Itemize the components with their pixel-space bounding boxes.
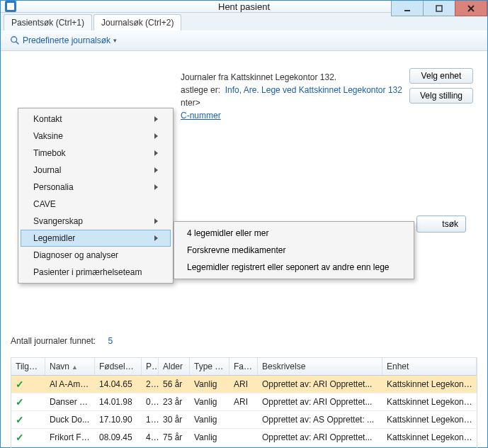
cell-alder: 56 år (159, 376, 190, 392)
cell-type: Vanlig (190, 376, 229, 392)
col-per[interactable]: Per (142, 358, 159, 375)
cell-per: 4... (142, 430, 159, 445)
cell-fast (229, 435, 258, 440)
col-enhet[interactable]: Enhet (382, 358, 477, 375)
menu-vaksine[interactable]: Vaksine (21, 128, 171, 145)
chevron-right-icon (154, 218, 158, 224)
submenu-4-eller-mer[interactable]: 4 legemidler eller mer (177, 225, 411, 242)
cell-type: Vanlig (190, 394, 229, 410)
count-value: 5 (108, 336, 113, 346)
velg-stilling-button[interactable]: Velg stilling (409, 88, 473, 103)
check-icon: ✓ (16, 432, 24, 443)
col-alder[interactable]: Alder (159, 358, 190, 375)
col-beskrivelse[interactable]: Beskrivelse (258, 358, 382, 375)
maximize-button[interactable] (423, 1, 455, 16)
cell-navn: Al A-Ama... (45, 376, 95, 392)
dropdown-caret-icon: ▾ (113, 37, 117, 44)
chevron-right-icon (154, 150, 158, 156)
col-navn[interactable]: Navn▲ (45, 358, 95, 375)
legemidler-submenu: 4 legemidler eller mer Forskrevne medika… (174, 221, 414, 279)
cell-enhet: Kattskinnet Legekontor... (382, 376, 477, 392)
velg-enhet-button[interactable]: Velg enhet (409, 68, 473, 84)
table-row[interactable]: ✓Frikort Fe...08.09.454...75 årVanligOpp… (11, 429, 477, 447)
c-nummer-link[interactable]: C-nummer (181, 111, 221, 121)
access-check: ✓ (11, 376, 45, 393)
cell-fast (229, 417, 258, 422)
col-fast-hp[interactable]: Fast HP (229, 358, 258, 375)
cell-besk: Opprettet av: ARI Opprettet... (258, 430, 382, 445)
table-row[interactable]: ✓Danser F...14.01.980...23 årVanligARIOp… (11, 393, 477, 411)
col-tilgang[interactable]: Tilgang (11, 358, 45, 375)
top-right-buttons: Velg enhet Velg stilling (409, 68, 473, 103)
chevron-right-icon (154, 133, 158, 139)
content-area: Journaler fra Kattskinnet Legekontor 132… (1, 51, 487, 448)
predef-journalsok-dropdown[interactable]: Predefinerte journalsøk ▾ (5, 33, 122, 47)
cell-fd: 14.01.98 (95, 394, 142, 410)
cell-enhet: Kattskinnet Legekontor... (382, 394, 477, 410)
cell-type: Vanlig (190, 412, 229, 427)
predef-menu: Kontakt Vaksine Timebok Journal Personal… (18, 108, 174, 284)
cell-navn: Danser F... (45, 394, 95, 410)
check-icon: ✓ (16, 414, 24, 425)
result-count: Antall journaler funnet: 5 (11, 333, 477, 349)
col-type-journal[interactable]: Type journal (190, 358, 229, 375)
cell-enhet: Kattskinnet Legekontor... (382, 412, 477, 427)
cell-besk: Opprettet av: ARI Opprettet... (258, 376, 382, 392)
cell-alder: 30 år (159, 412, 190, 427)
tab-pasientsok[interactable]: Pasientsøk (Ctrl+1) (4, 14, 92, 30)
close-button[interactable] (455, 1, 487, 16)
cell-per: 2... (142, 376, 159, 392)
submenu-registrert-seponert[interactable]: Legemidler registrert eller seponert av … (177, 259, 411, 276)
cell-fast: ARI (229, 376, 258, 392)
submenu-forskrevne[interactable]: Forskrevne medikamenter (177, 242, 411, 259)
access-check: ✓ (11, 411, 45, 428)
app-window: Hent pasient Pasientsøk (Ctrl+1) Journal… (0, 0, 488, 448)
predef-label: Predefinerte journalsøk (23, 35, 110, 45)
col-fodselsdato[interactable]: Fødselsdat (95, 358, 142, 375)
check-icon: ✓ (16, 396, 24, 408)
cell-navn: Duck Do... (45, 412, 95, 427)
cell-alder: 75 år (159, 430, 190, 445)
count-label: Antall journaler funnet: (11, 336, 96, 346)
svg-rect-1 (436, 6, 442, 11)
svg-line-5 (16, 42, 19, 45)
cell-navn: Frikort Fe... (45, 430, 95, 445)
cell-fd: 08.09.45 (95, 430, 142, 445)
cell-alder: 23 år (159, 394, 190, 410)
menu-timebok[interactable]: Timebok (21, 145, 171, 162)
window-buttons (392, 1, 487, 16)
cell-besk: Opprettet av: AS Opprettet: ... (258, 412, 382, 427)
minimize-button[interactable] (391, 1, 424, 16)
chevron-right-icon (154, 184, 158, 190)
cell-per: 1... (142, 412, 159, 427)
fastlege-value: Info, Are. Lege ved Kattskinnet Legekont… (225, 85, 402, 95)
fastlege-label: astlege er: (181, 85, 220, 95)
grid-header: Tilgang Navn▲ Fødselsdat Per Alder Type … (11, 358, 477, 376)
titlebar: Hent pasient (1, 1, 487, 13)
search-button-partial[interactable]: tsøk (416, 215, 466, 233)
menu-pasienter-pht[interactable]: Pasienter i primærhelseteam (21, 264, 171, 281)
menu-legemidler[interactable]: Legemidler (21, 230, 171, 247)
access-check: ✓ (11, 429, 45, 446)
table-row[interactable]: ✓Duck Do...17.10.901...30 årVanligOppret… (11, 411, 477, 429)
check-icon: ✓ (16, 379, 24, 390)
tab-journalsok[interactable]: Journalsøk (Ctrl+2) (93, 14, 181, 30)
cell-fd: 14.04.65 (95, 376, 142, 392)
cell-besk: Opprettet av: ARI Opprettet... (258, 394, 382, 410)
menu-journal[interactable]: Journal (21, 162, 171, 179)
chevron-right-icon (154, 235, 158, 241)
menu-svangerskap[interactable]: Svangerskap (21, 213, 171, 230)
chevron-right-icon (154, 167, 158, 173)
menu-kontakt[interactable]: Kontakt (21, 111, 171, 128)
menu-cave[interactable]: CAVE (21, 196, 171, 213)
chevron-right-icon (154, 116, 158, 122)
search-icon (10, 35, 20, 45)
table-row[interactable]: ✓Al A-Ama...14.04.652...56 årVanligARIOp… (11, 376, 477, 393)
toolbar: Predefinerte journalsøk ▾ (1, 30, 487, 51)
menu-personalia[interactable]: Personalia (21, 179, 171, 196)
menu-diagnoser[interactable]: Diagnoser og analyser (21, 247, 171, 264)
sort-asc-icon: ▲ (72, 364, 78, 371)
cell-type: Vanlig (190, 430, 229, 445)
cell-per: 0... (142, 394, 159, 410)
access-check: ✓ (11, 393, 45, 410)
